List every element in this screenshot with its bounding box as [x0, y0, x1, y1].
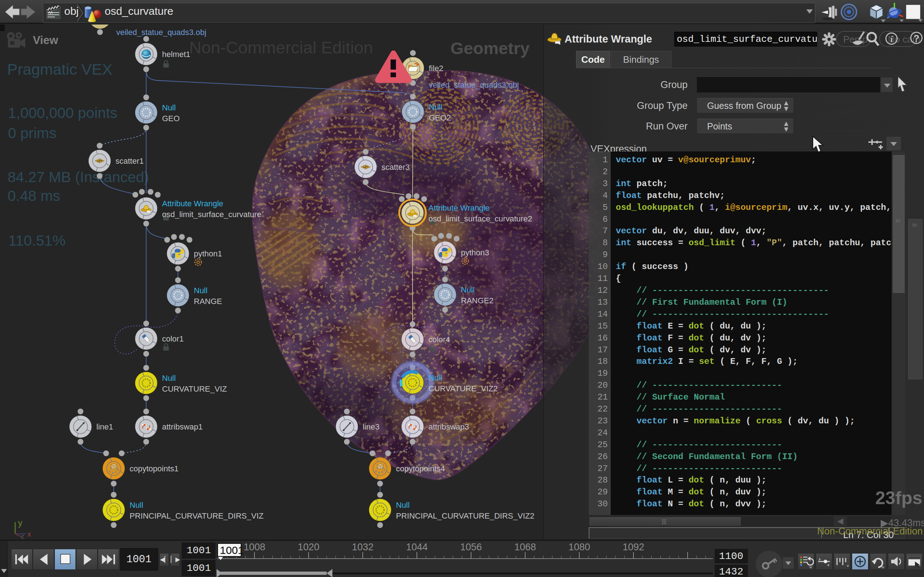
svg-text:PRINCIPAL_CURVATURE_DIRS_VIZ2: PRINCIPAL_CURVATURE_DIRS_VIZ2: [396, 511, 534, 521]
svg-text:1044: 1044: [406, 542, 428, 553]
svg-text:PRINCIPAL_CURVATURE_DIRS_VIZ: PRINCIPAL_CURVATURE_DIRS_VIZ: [129, 511, 263, 521]
svg-text:Attribute Wrangle: Attribute Wrangle: [428, 203, 490, 213]
svg-text:1020: 1020: [298, 542, 320, 553]
svg-text:helmet1: helmet1: [162, 50, 190, 59]
svg-text:Null: Null: [162, 374, 176, 383]
svg-text:1068: 1068: [514, 542, 536, 553]
svg-text:attribswap1: attribswap1: [162, 422, 203, 431]
svg-text:line3: line3: [363, 422, 380, 431]
svg-text:scatter3: scatter3: [381, 163, 410, 172]
svg-text:copytopoints1: copytopoints1: [129, 464, 179, 473]
svg-text:veiled_statue_quads3.obj: veiled_statue_quads3.obj: [116, 28, 207, 37]
svg-text:copytopoints4: copytopoints4: [396, 464, 445, 473]
svg-text:Attribute Wrangle: Attribute Wrangle: [162, 199, 223, 208]
svg-text:RANGE2: RANGE2: [461, 296, 493, 305]
svg-text:Null: Null: [428, 373, 442, 382]
svg-text:Null: Null: [162, 103, 176, 112]
svg-text:1080: 1080: [569, 542, 590, 553]
svg-text:scatter1: scatter1: [115, 156, 144, 166]
svg-text:line1: line1: [96, 422, 113, 431]
svg-text:Null: Null: [461, 285, 475, 294]
svg-text:attribswap3: attribswap3: [428, 422, 469, 431]
svg-text:GEO: GEO: [162, 114, 180, 123]
svg-text:Null: Null: [194, 286, 208, 295]
svg-text:python3: python3: [461, 248, 489, 257]
svg-text:color4: color4: [428, 335, 450, 344]
svg-text:CURVATURE_VIZ: CURVATURE_VIZ: [162, 384, 227, 393]
svg-text:1032: 1032: [352, 542, 373, 553]
svg-text:python1: python1: [194, 249, 222, 258]
svg-text:GEO2: GEO2: [429, 113, 451, 122]
svg-text:CURVATURE_VIZ2: CURVATURE_VIZ2: [428, 384, 498, 393]
svg-text:1056: 1056: [460, 542, 482, 553]
svg-text:Null: Null: [129, 501, 143, 509]
svg-text:file2: file2: [429, 64, 443, 73]
svg-text:Null: Null: [396, 501, 410, 509]
svg-text:Null: Null: [429, 102, 443, 111]
svg-text:1092: 1092: [623, 542, 644, 553]
svg-text:RANGE: RANGE: [194, 297, 222, 306]
svg-text:1008: 1008: [244, 542, 265, 553]
svg-text:osd_limit_surface_curvature: osd_limit_surface_curvature: [162, 210, 261, 219]
svg-text:color1: color1: [162, 334, 184, 343]
svg-text:osd_limit_surface_curvature2: osd_limit_surface_curvature2: [428, 214, 532, 223]
svg-text:veiled_statue_quads3.obj: veiled_statue_quads3.obj: [429, 81, 519, 89]
